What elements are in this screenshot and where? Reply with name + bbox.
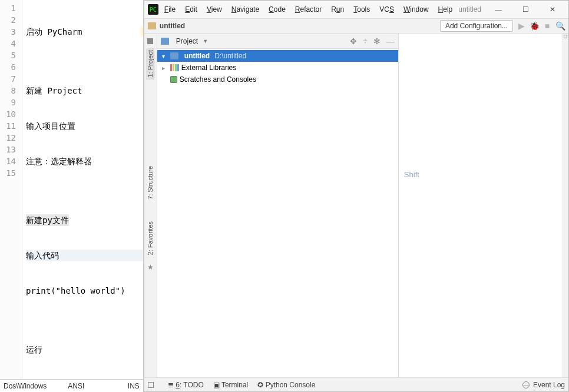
debug-icon[interactable]: 🐞 [530, 21, 539, 31]
main-editor-area[interactable]: Shift [399, 34, 568, 377]
menu-navigate[interactable]: Navigate [228, 4, 263, 15]
breadcrumb[interactable]: untitled [160, 22, 185, 30]
rail-indicator-icon [147, 38, 153, 44]
editor-text-area[interactable]: 启动 PyCharm 新建 Project 输入项目位置 注意：选定解释器 新建… [22, 0, 143, 379]
tree-node-path: D:\untitled [214, 52, 246, 60]
status-python-console[interactable]: ✪ Python Console [257, 381, 315, 389]
menu-code[interactable]: Code [265, 4, 289, 15]
inspection-indicator-icon [564, 35, 567, 38]
collapse-icon[interactable]: ÷ [363, 36, 368, 46]
add-configuration-button[interactable]: Add Configuration... [440, 20, 513, 32]
left-tool-rail: 1: Project 7: Structure 2: Favorites ★ [144, 34, 157, 377]
chevron-right-icon[interactable]: ▸ [162, 65, 168, 71]
menu-vcs[interactable]: VCS [376, 4, 398, 15]
navigation-bar: untitled Add Configuration... ▶ 🐞 ■ 🔍 [144, 18, 568, 34]
library-icon [170, 64, 179, 71]
hide-icon[interactable]: — [386, 36, 395, 46]
menu-refactor[interactable]: Refactor [292, 4, 325, 15]
tool-project-tab[interactable]: 1: Project [146, 48, 154, 79]
minimize-button[interactable]: — [486, 5, 511, 14]
tree-node-label: External Libraries [181, 64, 236, 72]
search-icon[interactable]: 🔍 [555, 21, 565, 31]
stop-icon[interactable]: ■ [542, 21, 552, 31]
left-text-editor: 123456789101112131415 启动 PyCharm 新建 Proj… [0, 0, 144, 392]
pycharm-logo-icon: PC [148, 4, 158, 15]
menu-window[interactable]: Window [400, 4, 432, 15]
run-icon[interactable]: ▶ [517, 21, 526, 31]
menu-file[interactable]: File [161, 4, 179, 15]
search-everywhere-hint: Shift [404, 170, 419, 179]
status-todo[interactable]: ≣ 6: TODO [168, 381, 204, 389]
pycharm-window: PC File Edit View Navigate Code Refactor… [144, 0, 569, 392]
scratch-icon [170, 76, 177, 83]
tree-scratches[interactable]: Scratches and Consoles [157, 74, 398, 85]
event-log-icon: — [522, 381, 530, 388]
menu-help[interactable]: Help [435, 4, 456, 15]
status-terminal[interactable]: ▣ Terminal [213, 381, 248, 389]
status-insert-mode: INS [128, 382, 140, 390]
window-title: untitled [458, 5, 484, 14]
locate-icon[interactable]: ✥ [350, 36, 357, 46]
status-encoding: ANSI [68, 382, 84, 390]
chevron-down-icon[interactable]: ▾ [162, 53, 168, 59]
status-event-log[interactable]: Event Log [533, 381, 565, 389]
pycharm-status-bar: ≣ 6: TODO ▣ Terminal ✪ Python Console — … [144, 377, 568, 391]
folder-icon [170, 52, 178, 59]
project-tree[interactable]: ▾ untitled D:\untitled ▸ External Librar… [157, 49, 398, 377]
maximize-button[interactable]: ☐ [513, 5, 538, 14]
project-icon [161, 38, 169, 45]
folder-icon [148, 22, 156, 29]
titlebar: PC File Edit View Navigate Code Refactor… [144, 1, 568, 18]
tool-favorites-tab[interactable]: 2: Favorites [146, 219, 154, 257]
star-icon: ★ [147, 263, 154, 271]
project-panel-header: Project ▼ ✥ ÷ ✻ — [157, 34, 398, 49]
line-number-gutter: 123456789101112131415 [0, 0, 22, 379]
tree-node-label: untitled [184, 52, 210, 60]
tool-window-quick-access-icon[interactable] [148, 382, 154, 388]
tool-structure-tab[interactable]: 7: Structure [146, 164, 154, 202]
left-status-bar: Dos\Windows ANSI INS [0, 379, 143, 392]
chevron-down-icon[interactable]: ▼ [203, 38, 208, 44]
menu-edit[interactable]: Edit [181, 4, 201, 15]
menu-view[interactable]: View [203, 4, 226, 15]
tree-external-libraries[interactable]: ▸ External Libraries [157, 62, 398, 74]
menu-run[interactable]: Run [327, 4, 348, 15]
right-gutter [563, 34, 568, 377]
menu-tools[interactable]: Tools [350, 4, 373, 15]
close-button[interactable]: ✕ [540, 5, 565, 14]
project-tool-window: Project ▼ ✥ ÷ ✻ — ▾ untitled D:\untitled [157, 34, 399, 377]
status-os: Dos\Windows [4, 382, 47, 390]
tree-root-node[interactable]: ▾ untitled D:\untitled [157, 50, 398, 62]
settings-icon[interactable]: ✻ [373, 36, 381, 46]
tree-node-label: Scratches and Consoles [180, 75, 256, 84]
project-panel-title[interactable]: Project [176, 37, 198, 45]
